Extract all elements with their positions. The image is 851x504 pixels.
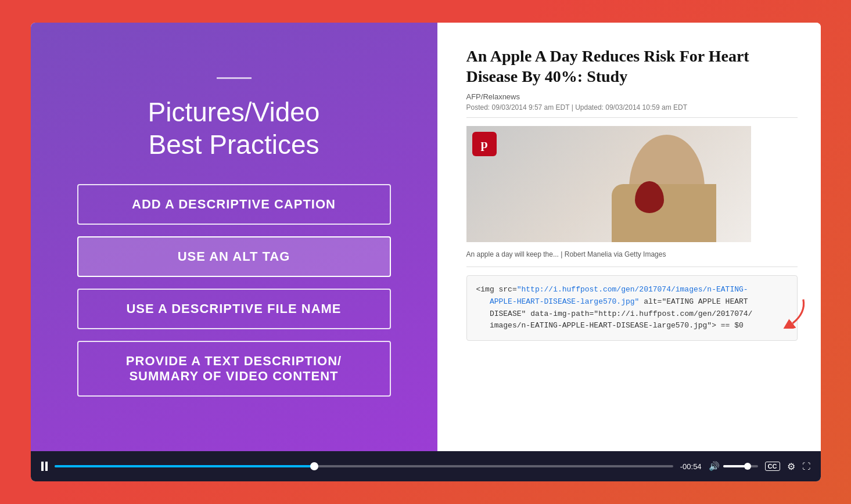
pinterest-badge: p [472, 132, 497, 156]
use-file-name-button[interactable]: USE A DESCRIPTIVE FILE NAME [77, 289, 391, 329]
article-title: An Apple A Day Reduces Risk For Heart Di… [466, 46, 798, 87]
cc-button[interactable]: CC [765, 462, 780, 471]
pause-icon [41, 462, 48, 471]
fullscreen-button[interactable]: ⛶ [802, 462, 810, 471]
right-content-panel: An Apple A Day Reduces Risk For Heart Di… [437, 23, 821, 451]
pause-button[interactable] [41, 462, 48, 471]
code-attr: alt= [639, 297, 662, 306]
person-body [612, 184, 716, 242]
code-attr2: data-img-path= [526, 309, 594, 318]
article-source: AFP/Relaxnews [466, 92, 798, 101]
title-divider [217, 77, 252, 79]
volume-knob[interactable] [744, 463, 751, 470]
image-placeholder [466, 126, 751, 242]
code-close: > == $0 [712, 321, 744, 330]
progress-fill [55, 465, 314, 467]
image-caption: An apple a day will keep the... | Robert… [466, 247, 798, 267]
settings-button[interactable]: ⚙ [787, 461, 795, 472]
code-tag: <img src= [476, 285, 517, 294]
pause-bar-left [41, 462, 44, 471]
volume-bar[interactable] [723, 465, 758, 467]
time-remaining: -00:54 [680, 462, 702, 471]
slide-title: Pictures/VideoBest Practices [148, 96, 320, 160]
video-player: Pictures/VideoBest Practices ADD A DESCR… [31, 23, 821, 481]
article-date: Posted: 09/03/2014 9:57 am EDT | Updated… [466, 103, 798, 118]
video-controls-bar: -00:54 🔊 CC ⚙ ⛶ [31, 451, 821, 481]
apple [635, 181, 664, 213]
provide-text-desc-button[interactable]: PROVIDE A TEXT DESCRIPTION/SUMMARY OF VI… [77, 341, 391, 397]
video-content: Pictures/VideoBest Practices ADD A DESCR… [31, 23, 821, 451]
left-slide-panel: Pictures/VideoBest Practices ADD A DESCR… [31, 23, 437, 451]
cc-icon: CC [765, 462, 780, 471]
gear-icon: ⚙ [787, 461, 795, 472]
red-arrow-icon [777, 297, 809, 329]
volume-icon: 🔊 [709, 461, 720, 471]
fullscreen-icon: ⛶ [802, 462, 810, 471]
add-caption-button[interactable]: ADD A DESCRIPTIVE CAPTION [77, 184, 391, 225]
use-alt-tag-button[interactable]: USE AN ALT TAG [77, 236, 391, 277]
volume-control[interactable]: 🔊 [709, 461, 758, 471]
progress-knob[interactable] [310, 462, 318, 470]
progress-bar[interactable] [55, 465, 673, 467]
article-image: p [466, 126, 751, 242]
code-block: <img src="http://i.huffpost.com/gen/2017… [466, 275, 798, 341]
pause-bar-right [45, 462, 48, 471]
